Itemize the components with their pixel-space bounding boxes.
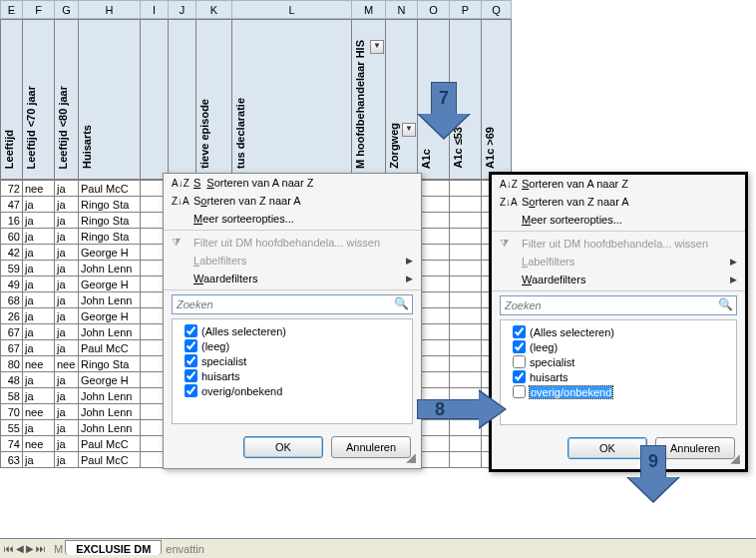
cell[interactable]: nee bbox=[23, 436, 55, 452]
cell[interactable]: Ringo Sta bbox=[79, 197, 141, 213]
cell[interactable]: John Lenn bbox=[79, 404, 141, 420]
cell[interactable] bbox=[450, 340, 482, 356]
sheet-tab-left[interactable]: M bbox=[54, 543, 63, 555]
cell[interactable] bbox=[450, 452, 482, 468]
cell[interactable]: ja bbox=[23, 292, 55, 308]
cell[interactable]: 26 bbox=[1, 308, 23, 324]
col-header[interactable]: G bbox=[55, 1, 79, 19]
cell[interactable] bbox=[450, 356, 482, 372]
sort-az[interactable]: A↓ZSorteren van A naar Z bbox=[492, 175, 745, 193]
chk-all[interactable] bbox=[185, 324, 197, 337]
cell[interactable]: ja bbox=[23, 324, 55, 340]
cell[interactable]: ja bbox=[55, 436, 79, 452]
cell[interactable] bbox=[450, 308, 482, 324]
tab-next-icon[interactable]: ▶ bbox=[26, 543, 34, 554]
cell[interactable]: ja bbox=[23, 452, 55, 468]
tab-first-icon[interactable]: ⏮ bbox=[4, 543, 14, 554]
sort-za[interactable]: Z↓ASorteren van Z naar A bbox=[492, 193, 745, 211]
filter-search-input[interactable] bbox=[172, 294, 413, 314]
col-header[interactable]: P bbox=[450, 1, 482, 19]
cell[interactable]: ja bbox=[23, 197, 55, 213]
cell[interactable]: Paul McC bbox=[79, 452, 141, 468]
cell[interactable]: ja bbox=[55, 197, 79, 213]
cell[interactable]: 48 bbox=[1, 372, 23, 388]
cell[interactable] bbox=[418, 452, 450, 468]
tab-prev-icon[interactable]: ◀ bbox=[16, 543, 24, 554]
cell[interactable]: 49 bbox=[1, 277, 23, 292]
cancel-button[interactable]: Annuleren bbox=[331, 436, 411, 458]
chk-huisarts[interactable] bbox=[185, 369, 197, 382]
cell[interactable]: John Lenn bbox=[79, 261, 141, 277]
cell[interactable]: ja bbox=[55, 388, 79, 404]
col-header[interactable]: I bbox=[141, 1, 169, 19]
cell[interactable]: ja bbox=[23, 308, 55, 324]
cell[interactable] bbox=[450, 213, 482, 229]
cell[interactable]: John Lenn bbox=[79, 420, 141, 436]
chk-leeg[interactable] bbox=[513, 340, 526, 353]
filter-dropdown-icon[interactable]: ▼ bbox=[370, 40, 384, 54]
cell[interactable]: ja bbox=[23, 277, 55, 292]
col-header[interactable]: K bbox=[196, 1, 232, 19]
cell[interactable]: ja bbox=[55, 452, 79, 468]
cell[interactable]: ja bbox=[23, 388, 55, 404]
cell[interactable]: 72 bbox=[1, 181, 23, 197]
value-filters[interactable]: Waardefilters▶ bbox=[164, 270, 421, 287]
cell[interactable] bbox=[418, 181, 450, 197]
cell[interactable]: 42 bbox=[1, 245, 23, 261]
cell[interactable] bbox=[418, 292, 450, 308]
cell[interactable]: nee bbox=[55, 356, 79, 372]
cell[interactable]: 59 bbox=[1, 261, 23, 277]
cell[interactable]: Ringo Sta bbox=[79, 229, 141, 245]
cell[interactable]: nee bbox=[23, 356, 55, 372]
sheet-tab-active[interactable]: EXCLUSIE DM bbox=[65, 540, 162, 555]
cell[interactable]: ja bbox=[23, 372, 55, 388]
cell[interactable]: 60 bbox=[1, 229, 23, 245]
tab-last-icon[interactable]: ⏭ bbox=[36, 543, 46, 554]
cell[interactable]: ja bbox=[23, 420, 55, 436]
cell[interactable]: ja bbox=[55, 292, 79, 308]
cell[interactable]: ja bbox=[55, 229, 79, 245]
cell[interactable] bbox=[418, 245, 450, 261]
cell[interactable]: nee bbox=[23, 404, 55, 420]
ok-button[interactable]: OK bbox=[243, 436, 323, 458]
cell[interactable]: John Lenn bbox=[79, 292, 141, 308]
cell[interactable]: ja bbox=[23, 340, 55, 356]
cell[interactable]: ja bbox=[55, 261, 79, 277]
cell[interactable]: George H bbox=[79, 245, 141, 261]
cell[interactable] bbox=[418, 197, 450, 213]
col-header[interactable]: E bbox=[1, 1, 23, 19]
cell[interactable] bbox=[450, 324, 482, 340]
cell[interactable]: ja bbox=[23, 245, 55, 261]
cell[interactable] bbox=[418, 372, 450, 388]
cell[interactable]: 68 bbox=[1, 292, 23, 308]
sheet-tab-right[interactable]: envattin bbox=[166, 543, 204, 555]
chk-overig[interactable] bbox=[185, 384, 197, 397]
cell[interactable] bbox=[418, 340, 450, 356]
filter-search-input[interactable] bbox=[500, 295, 737, 315]
cell[interactable]: 80 bbox=[1, 356, 23, 372]
cell[interactable] bbox=[418, 261, 450, 277]
cell[interactable]: ja bbox=[23, 213, 55, 229]
cell[interactable]: ja bbox=[55, 245, 79, 261]
cell[interactable] bbox=[450, 261, 482, 277]
sort-az[interactable]: A↓ZSSorteren van A naar ZSorteren van A … bbox=[164, 174, 421, 192]
cell[interactable] bbox=[450, 197, 482, 213]
cell[interactable] bbox=[418, 213, 450, 229]
cell[interactable] bbox=[450, 436, 482, 452]
cell[interactable] bbox=[418, 356, 450, 372]
cell[interactable]: ja bbox=[55, 181, 79, 197]
cell[interactable]: ja bbox=[55, 213, 79, 229]
resize-grip-icon[interactable] bbox=[406, 453, 416, 463]
col-header[interactable]: Q bbox=[482, 1, 512, 19]
cell[interactable]: 47 bbox=[1, 197, 23, 213]
cell[interactable]: 63 bbox=[1, 452, 23, 468]
col-header[interactable]: F bbox=[23, 1, 55, 19]
col-header[interactable]: N bbox=[386, 1, 418, 19]
col-header[interactable]: O bbox=[418, 1, 450, 19]
cell[interactable]: 67 bbox=[1, 324, 23, 340]
cell[interactable]: Ringo Sta bbox=[79, 213, 141, 229]
cell[interactable]: ja bbox=[55, 324, 79, 340]
cell[interactable]: ja bbox=[55, 372, 79, 388]
cell[interactable]: 74 bbox=[1, 436, 23, 452]
tab-nav[interactable]: ⏮ ◀ ▶ ⏭ bbox=[0, 543, 50, 554]
